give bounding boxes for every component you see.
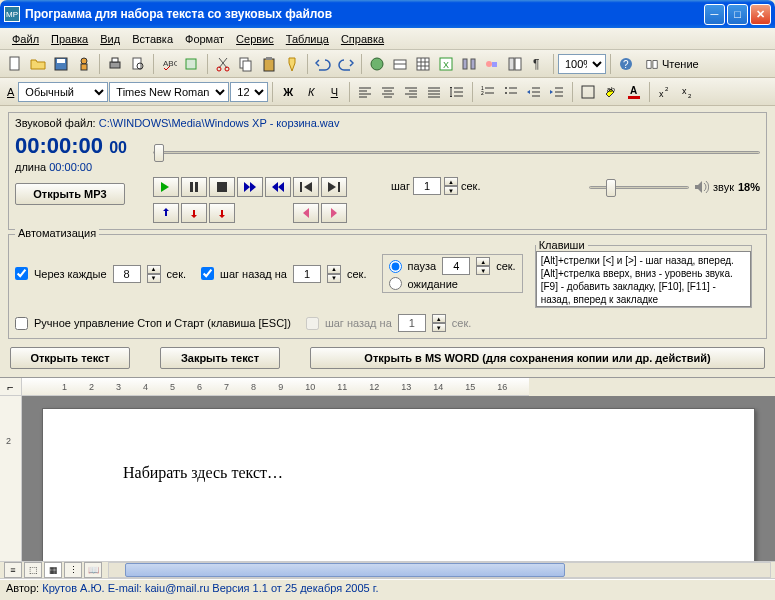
ruler-vertical[interactable]: 2	[0, 396, 22, 561]
highlight-icon[interactable]: ab	[600, 81, 622, 103]
menu-view[interactable]: Вид	[94, 31, 126, 47]
pause-up[interactable]: ▲	[476, 257, 490, 266]
step-input[interactable]	[413, 177, 441, 195]
close-button[interactable]: ✕	[750, 4, 771, 25]
document-page[interactable]: Набирать здесь текст…	[42, 408, 755, 561]
pause-radio[interactable]	[389, 260, 402, 273]
insert-table-icon[interactable]	[412, 53, 434, 75]
align-left-icon[interactable]	[354, 81, 376, 103]
ruler-horizontal[interactable]: 12345678910111213141516	[22, 378, 529, 396]
style-combo[interactable]: Обычный	[18, 82, 108, 102]
stepback-input[interactable]	[293, 265, 321, 283]
stepback-up[interactable]: ▲	[327, 265, 341, 274]
goto-next-mark-button[interactable]	[321, 203, 347, 223]
bullets-icon[interactable]	[500, 81, 522, 103]
stepback-checkbox[interactable]	[201, 267, 214, 280]
skip-back-button[interactable]	[265, 177, 291, 197]
open-text-button[interactable]: Открыть текст	[10, 347, 130, 369]
align-right-icon[interactable]	[400, 81, 422, 103]
font-color-icon[interactable]: А	[623, 81, 645, 103]
reading-button[interactable]: Чтение	[638, 53, 706, 75]
zoom-combo[interactable]: 100%	[558, 54, 606, 74]
undo-icon[interactable]	[312, 53, 334, 75]
every-input[interactable]	[113, 265, 141, 283]
bold-icon[interactable]: Ж	[277, 81, 299, 103]
indent-icon[interactable]	[546, 81, 568, 103]
volume-slider[interactable]	[589, 177, 689, 197]
permissions-icon[interactable]	[73, 53, 95, 75]
research-icon[interactable]	[181, 53, 203, 75]
open-icon[interactable]	[27, 53, 49, 75]
position-slider[interactable]	[153, 142, 760, 162]
menu-format[interactable]: Формат	[179, 31, 230, 47]
underline-icon[interactable]: Ч	[323, 81, 345, 103]
goto-prev-mark-button[interactable]	[293, 203, 319, 223]
doc-map-icon[interactable]	[504, 53, 526, 75]
menu-table[interactable]: Таблица	[280, 31, 335, 47]
horizontal-scrollbar[interactable]	[108, 562, 771, 578]
paste-icon[interactable]	[258, 53, 280, 75]
preview-icon[interactable]	[127, 53, 149, 75]
add-red-mark-button[interactable]	[181, 203, 207, 223]
view-normal[interactable]: ≡	[4, 562, 22, 578]
size-combo[interactable]: 12	[230, 82, 268, 102]
align-center-icon[interactable]	[377, 81, 399, 103]
play-button[interactable]	[153, 177, 179, 197]
pause-down[interactable]: ▼	[476, 266, 490, 275]
minimize-button[interactable]: ─	[704, 4, 725, 25]
every-up[interactable]: ▲	[147, 265, 161, 274]
view-web[interactable]: ⬚	[24, 562, 42, 578]
menu-service[interactable]: Сервис	[230, 31, 280, 47]
menu-insert[interactable]: Вставка	[126, 31, 179, 47]
numbering-icon[interactable]: 12	[477, 81, 499, 103]
prev-mark-button[interactable]	[293, 177, 319, 197]
add-blue-mark-button[interactable]	[153, 203, 179, 223]
del-red-mark-button[interactable]	[209, 203, 235, 223]
format-painter-icon[interactable]	[281, 53, 303, 75]
open-mp3-button[interactable]: Открыть MP3	[15, 183, 125, 205]
pause-button[interactable]	[181, 177, 207, 197]
next-mark-button[interactable]	[321, 177, 347, 197]
step-up[interactable]: ▲	[444, 177, 458, 186]
excel-icon[interactable]: X	[435, 53, 457, 75]
cut-icon[interactable]	[212, 53, 234, 75]
maximize-button[interactable]: □	[727, 4, 748, 25]
redo-icon[interactable]	[335, 53, 357, 75]
align-justify-icon[interactable]	[423, 81, 445, 103]
document-scroll[interactable]: Набирать здесь текст…	[22, 396, 775, 561]
every-checkbox[interactable]	[15, 267, 28, 280]
new-doc-icon[interactable]	[4, 53, 26, 75]
line-spacing-icon[interactable]	[446, 81, 468, 103]
manual-checkbox[interactable]	[15, 317, 28, 330]
close-text-button[interactable]: Закрыть текст	[160, 347, 280, 369]
italic-icon[interactable]: К	[300, 81, 322, 103]
open-word-button[interactable]: Открыть в MS WORD (для сохранения копии …	[310, 347, 765, 369]
outdent-icon[interactable]	[523, 81, 545, 103]
drawing-icon[interactable]	[481, 53, 503, 75]
stepback-down[interactable]: ▼	[327, 274, 341, 283]
menu-edit[interactable]: Правка	[45, 31, 94, 47]
step-down[interactable]: ▼	[444, 186, 458, 195]
view-reading[interactable]: 📖	[84, 562, 102, 578]
print-icon[interactable]	[104, 53, 126, 75]
pause-input[interactable]	[442, 257, 470, 275]
wait-radio[interactable]	[389, 277, 402, 290]
view-print[interactable]: ▦	[44, 562, 62, 578]
hyperlink-icon[interactable]	[366, 53, 388, 75]
menu-file[interactable]: Файл	[6, 31, 45, 47]
copy-icon[interactable]	[235, 53, 257, 75]
tables-borders-icon[interactable]	[389, 53, 411, 75]
columns-icon[interactable]	[458, 53, 480, 75]
borders-icon[interactable]	[577, 81, 599, 103]
spellcheck-icon[interactable]: ABC	[158, 53, 180, 75]
help-icon[interactable]: ?	[615, 53, 637, 75]
stop-button[interactable]	[209, 177, 235, 197]
save-icon[interactable]	[50, 53, 72, 75]
tab-selector[interactable]: ⌐	[0, 378, 22, 396]
menu-help[interactable]: Справка	[335, 31, 390, 47]
superscript-icon[interactable]: x2	[654, 81, 676, 103]
view-outline[interactable]: ⋮	[64, 562, 82, 578]
font-combo[interactable]: Times New Roman	[109, 82, 229, 102]
show-marks-icon[interactable]: ¶	[527, 53, 549, 75]
subscript-icon[interactable]: x2	[677, 81, 699, 103]
